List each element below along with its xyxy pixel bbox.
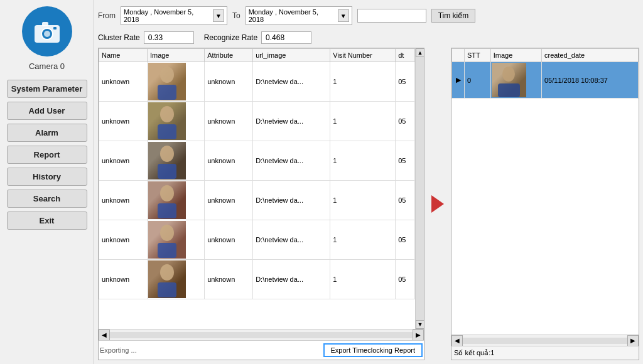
right-h-scrollbar[interactable]: ◀ ▶ (451, 335, 639, 346)
cell-visit-number: 1 (330, 181, 396, 220)
svg-rect-6 (158, 85, 176, 100)
left-table: Name Image Attribute url_image Visit Num… (99, 48, 415, 299)
table-row[interactable]: unknown unknown D:\netview da... 1 05 (99, 141, 415, 181)
scroll-down-btn[interactable]: ▼ (416, 320, 424, 329)
cell-attribute: unknown (205, 181, 253, 220)
search-button[interactable]: Search (7, 190, 87, 208)
cell-visit-number: 1 (330, 102, 396, 141)
svg-rect-8 (158, 124, 176, 139)
cell-url-image: D:\netview da... (253, 260, 330, 299)
rate-bar: Cluster Rate 0.33 Recognize Rate 0.468 (98, 30, 639, 45)
report-button[interactable]: Report (7, 146, 87, 164)
svg-rect-12 (158, 203, 176, 218)
cell-image (147, 181, 204, 220)
cell-attribute: unknown (205, 141, 253, 181)
add-user-button[interactable]: Add User (7, 102, 87, 120)
table-row[interactable]: unknown unknown D:\netview da... 1 05 (99, 220, 415, 260)
system-parameter-button[interactable]: System Parameter (7, 80, 87, 98)
cell-name: unknown (99, 102, 148, 141)
history-button[interactable]: History (7, 168, 87, 186)
export-button[interactable]: Export Timeclocking Report (323, 343, 423, 357)
cell-created-date: 05/11/2018 10:08:37 (541, 62, 638, 99)
tim-kiem-button[interactable]: Tim kiếm (431, 9, 476, 23)
face-image-4 (148, 221, 186, 259)
cell-image (147, 220, 204, 260)
scroll-up-btn[interactable]: ▲ (416, 48, 424, 57)
right-h-scroll-track[interactable] (463, 338, 627, 344)
cell-url-image: D:\netview da... (253, 102, 330, 141)
right-table: STT Image created_date ▶ 0 05/11/2018 (451, 48, 639, 99)
svg-point-15 (160, 264, 174, 281)
table-row[interactable]: unknown unknown D:\netview da... 1 05 (99, 260, 415, 299)
alarm-button[interactable]: Alarm (7, 124, 87, 142)
svg-point-11 (160, 185, 174, 201)
svg-point-13 (160, 225, 174, 241)
face-image-1 (148, 102, 186, 140)
person-silhouette (151, 222, 183, 258)
col-header-image: Image (147, 49, 204, 62)
cell-url-image: D:\netview da... (253, 181, 330, 220)
cell-image (147, 102, 204, 141)
h-scroll-track[interactable] (110, 332, 413, 338)
face-image-0 (148, 63, 186, 100)
cell-visit-number: 1 (330, 220, 396, 260)
main-content: From Monday , November 5, 2018 ▼ To Mond… (94, 0, 643, 364)
to-date-input[interactable]: Monday , November 5, 2018 ▼ (246, 6, 352, 25)
cell-dt: 05 (396, 181, 415, 220)
recognize-rate-field: Recognize Rate 0.468 (204, 31, 311, 44)
table-row[interactable]: unknown unknown D:\netview da... 1 05 (99, 62, 415, 102)
cell-attribute: unknown (205, 62, 253, 102)
exit-button[interactable]: Exit (7, 211, 87, 230)
left-v-scrollbar[interactable]: ▲ ▼ (415, 48, 424, 329)
cell-attribute: unknown (205, 102, 253, 141)
sidebar: Camera 0 System Parameter Add User Alarm… (0, 0, 94, 364)
left-h-scrollbar[interactable]: ◀ ▶ (99, 329, 424, 340)
right-table-main: STT Image created_date ▶ 0 05/11/2018 (451, 48, 639, 335)
tables-area: Name Image Attribute url_image Visit Num… (98, 48, 639, 360)
col-header-attribute: Attribute (205, 49, 253, 62)
table-row[interactable]: unknown unknown D:\netview da... 1 05 (99, 102, 415, 141)
col-header-stt: STT (465, 49, 491, 62)
camera-label: Camera 0 (29, 62, 65, 71)
cluster-rate-field: Cluster Rate 0.33 (98, 31, 194, 44)
scroll-right-btn[interactable]: ▶ (413, 329, 424, 341)
left-table-main: Name Image Attribute url_image Visit Num… (99, 48, 424, 329)
svg-point-9 (160, 146, 174, 162)
svg-point-17 (502, 67, 515, 82)
svg-rect-14 (158, 243, 176, 258)
right-bottom-bar: Số kết quả:1 (451, 346, 639, 360)
svg-rect-18 (498, 83, 520, 97)
search-input[interactable] (357, 9, 426, 23)
right-table-container: STT Image created_date ▶ 0 05/11/2018 (451, 48, 639, 360)
col-header-marker (452, 49, 465, 62)
table-row[interactable]: ▶ 0 05/11/2018 10:08:37 (452, 62, 639, 99)
right-scroll-left-btn[interactable]: ◀ (451, 335, 463, 346)
to-label: To (232, 11, 240, 20)
cell-right-image (490, 62, 541, 99)
table-row[interactable]: unknown unknown D:\netview da... 1 05 (99, 181, 415, 220)
from-date-input[interactable]: Monday , November 5, 2018 ▼ (121, 6, 227, 25)
right-table-scroll[interactable]: STT Image created_date ▶ 0 05/11/2018 (451, 48, 639, 335)
from-date-dropdown[interactable]: ▼ (213, 9, 224, 22)
from-label: From (98, 11, 116, 20)
to-date-value: Monday , November 5, 2018 (249, 8, 335, 23)
col-header-name: Name (99, 49, 148, 62)
right-scroll-right-btn[interactable]: ▶ (627, 335, 639, 346)
cell-dt: 05 (396, 141, 415, 181)
to-date-dropdown[interactable]: ▼ (338, 9, 349, 22)
svg-rect-16 (158, 282, 176, 297)
cell-visit-number: 1 (330, 62, 396, 102)
person-silhouette (151, 142, 183, 179)
recognize-rate-label: Recognize Rate (204, 33, 257, 42)
result-count: Số kết quả:1 (454, 349, 494, 356)
cell-name: unknown (99, 260, 148, 299)
person-silhouette (151, 63, 183, 100)
scroll-left-btn[interactable]: ◀ (99, 329, 110, 341)
cell-name: unknown (99, 220, 148, 260)
scroll-track[interactable] (416, 57, 424, 320)
cell-dt: 05 (396, 220, 415, 260)
cell-image (147, 141, 204, 181)
left-table-scroll[interactable]: Name Image Attribute url_image Visit Num… (99, 48, 415, 329)
arrow-right-icon (431, 195, 444, 213)
cell-image (147, 62, 204, 102)
